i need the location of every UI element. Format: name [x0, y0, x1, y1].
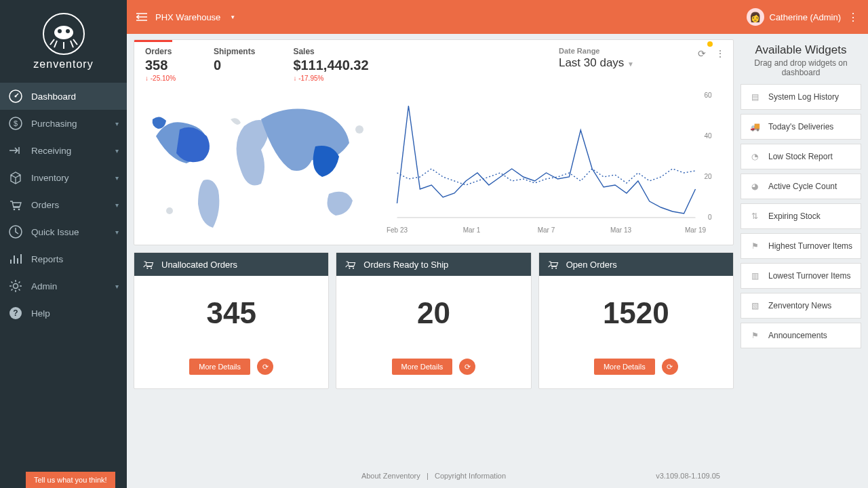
date-range-selector[interactable]: Date Range Last 30 days ▼: [559, 47, 634, 70]
cart-icon: [344, 258, 357, 270]
svg-point-15: [166, 207, 173, 214]
reports-icon: [8, 251, 23, 266]
widget-icon: ◕: [748, 180, 762, 193]
trend-line-chart[interactable]: 0204060Feb 23Mar 1Mar 7Mar 13Mar 19: [381, 89, 725, 238]
sidebar-item-purchasing[interactable]: $Purchasing▾: [0, 110, 127, 137]
brand-text: zenventory: [0, 58, 127, 70]
admin-icon: [8, 279, 23, 293]
widget-low-stock-report[interactable]: ◔Low Stock Report: [741, 144, 861, 169]
sidebar: zenventory Dashboard$Purchasing▾Receivin…: [0, 0, 127, 488]
widget-active-cycle-count[interactable]: ◕Active Cycle Count: [741, 174, 861, 199]
stats-row: Orders 358 ↓ -25.10% Shipments 0 Sales $…: [134, 40, 733, 85]
metric-value: 20: [417, 296, 450, 330]
cart-icon: [142, 258, 155, 270]
refresh-button[interactable]: ⟳: [459, 359, 475, 375]
widget-system-log-history[interactable]: ▤System Log History: [741, 84, 861, 110]
widget-today-s-deliveries[interactable]: 🚚Today's Deliveries: [741, 114, 861, 140]
user-menu-icon[interactable]: ⋮: [848, 11, 859, 24]
card-title: Unallocated Orders: [161, 260, 237, 270]
widget-label: Active Cycle Count: [768, 182, 837, 191]
svg-text:Mar 7: Mar 7: [538, 226, 555, 234]
svg-point-31: [555, 268, 557, 269]
metric-card-unallocated-orders: Unallocated Orders345More Details⟳: [134, 252, 329, 389]
svg-text:0: 0: [708, 214, 712, 221]
more-details-button[interactable]: More Details: [189, 359, 250, 375]
metric-card-open-orders: Open Orders1520More Details⟳: [538, 252, 734, 389]
svg-point-29: [353, 268, 354, 269]
svg-point-1: [54, 26, 73, 39]
svg-text:40: 40: [704, 132, 712, 140]
sidebar-item-admin[interactable]: Admin▾: [0, 272, 127, 300]
sidebar-item-help[interactable]: ?Help: [0, 300, 127, 327]
refresh-button[interactable]: ⟳: [257, 359, 273, 375]
widget-expiring-stock[interactable]: ⇅Expiring Stock: [741, 203, 861, 229]
warehouse-selector[interactable]: PHX Warehouse ▼: [155, 12, 235, 22]
widget-label: Zenventory News: [768, 301, 831, 310]
footer-copyright-link[interactable]: Copyright Information: [435, 472, 506, 480]
card-title: Orders Ready to Ship: [363, 260, 448, 270]
stat-shipments[interactable]: Shipments 0: [214, 47, 255, 73]
dashboard-column: Orders 358 ↓ -25.10% Shipments 0 Sales $…: [134, 39, 734, 483]
metric-card-orders-ready-to-ship: Orders Ready to Ship20More Details⟳: [336, 252, 531, 389]
sidebar-item-reports[interactable]: Reports: [0, 245, 127, 272]
sidebar-item-inventory[interactable]: Inventory▾: [0, 164, 127, 191]
nav-label: Dashboard: [31, 92, 76, 102]
dashboard-icon: [8, 89, 23, 104]
overview-card: Orders 358 ↓ -25.10% Shipments 0 Sales $…: [134, 39, 734, 245]
nav-label: Help: [31, 308, 50, 319]
dropdown-icon: ▼: [230, 14, 235, 20]
nav-label: Admin: [31, 281, 57, 291]
svg-point-30: [551, 268, 553, 269]
widget-icon: ▧: [748, 299, 762, 312]
svg-point-8: [14, 209, 16, 211]
world-map-chart[interactable]: [142, 89, 373, 238]
nav-label: Receiving: [31, 146, 71, 156]
svg-text:Mar 13: Mar 13: [610, 226, 632, 234]
sidebar-item-quick-issue[interactable]: Quick Issue▾: [0, 218, 127, 245]
widgets-title: Available Widgets: [741, 43, 861, 57]
help-icon: ?: [8, 306, 23, 321]
widget-lowest-turnover-items[interactable]: ▥Lowest Turnover Items: [741, 263, 861, 289]
svg-point-27: [151, 268, 152, 269]
svg-point-9: [18, 209, 20, 211]
sidebar-item-dashboard[interactable]: Dashboard: [0, 83, 127, 110]
widget-label: Highest Turnover Items: [768, 241, 852, 251]
nav-label: Purchasing: [31, 119, 77, 129]
card-header: Open Orders: [539, 253, 733, 276]
widget-highest-turnover-items[interactable]: ⚑Highest Turnover Items: [741, 233, 861, 259]
sidebar-item-orders[interactable]: Orders▾: [0, 191, 127, 218]
widget-icon: ▤: [748, 90, 762, 104]
widget-label: Low Stock Report: [768, 152, 833, 161]
sidebar-item-receiving[interactable]: Receiving▾: [0, 137, 127, 164]
menu-toggle-icon[interactable]: [136, 13, 147, 21]
svg-text:20: 20: [704, 173, 712, 180]
widgets-subtitle: Drag and drop widgets on dashboard: [741, 58, 861, 77]
metric-cards-row: Unallocated Orders345More Details⟳Orders…: [134, 252, 734, 389]
stat-sales[interactable]: Sales $111,440.32 ↓ -17.95%: [293, 47, 368, 82]
card-menu-icon[interactable]: ⋮: [715, 48, 725, 59]
content: Orders 358 ↓ -25.10% Shipments 0 Sales $…: [127, 34, 868, 488]
inventory-icon: [8, 170, 23, 185]
nav-label: Quick Issue: [31, 227, 79, 237]
more-details-button[interactable]: More Details: [594, 359, 655, 375]
warehouse-name: PHX Warehouse: [155, 12, 220, 22]
refresh-icon[interactable]: ⟳: [698, 48, 706, 59]
user-name[interactable]: Catherine (Admin): [770, 12, 842, 22]
widget-icon: ▥: [748, 269, 762, 283]
svg-point-3: [66, 29, 70, 33]
topbar: PHX Warehouse ▼ 👩 Catherine (Admin) ⋮: [127, 0, 868, 34]
more-details-button[interactable]: More Details: [392, 359, 453, 375]
card-title: Open Orders: [566, 260, 617, 270]
logo[interactable]: zenventory: [0, 0, 127, 79]
refresh-button[interactable]: ⟳: [662, 359, 678, 375]
logo-icon: [42, 12, 85, 56]
chevron-down-icon: ▾: [115, 283, 119, 290]
widget-announcements[interactable]: ⚑Announcements: [741, 323, 861, 348]
dropdown-icon: ▼: [627, 60, 634, 68]
avatar[interactable]: 👩: [747, 8, 764, 26]
feedback-button[interactable]: Tell us what you think!: [26, 472, 115, 488]
footer-about-link[interactable]: About Zenventory: [361, 472, 420, 480]
widget-zenventory-news[interactable]: ▧Zenventory News: [741, 293, 861, 319]
stat-orders[interactable]: Orders 358 ↓ -25.10%: [145, 47, 176, 82]
nav: Dashboard$Purchasing▾Receiving▾Inventory…: [0, 83, 127, 327]
